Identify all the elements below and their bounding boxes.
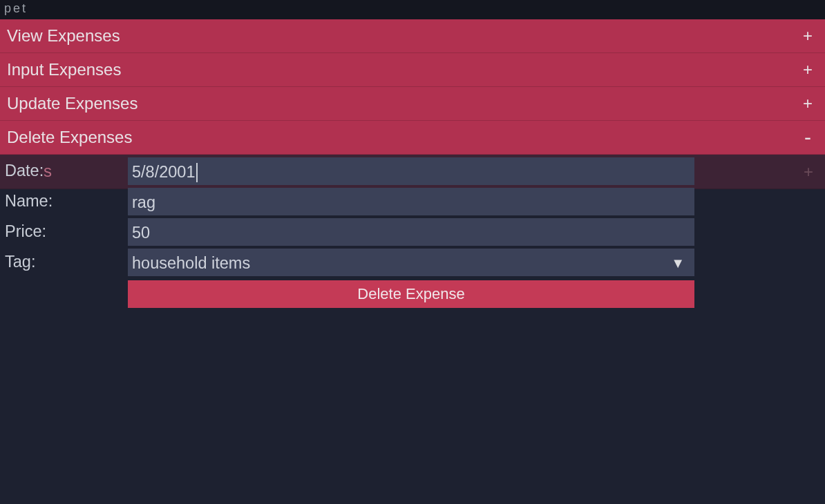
menu-label: View Expenses — [0, 26, 793, 46]
date-value: 5/8/2001 — [132, 163, 195, 182]
menu-item-update-expenses[interactable]: Update Expenses + — [0, 87, 825, 121]
tag-select[interactable]: household items ▼ — [128, 249, 694, 276]
date-input[interactable]: 5/8/2001 — [128, 157, 694, 185]
menu-label: Delete Expenses — [0, 128, 793, 147]
form-row-price: Price: 50 — [0, 216, 825, 246]
menu-label: Input Expenses — [0, 60, 793, 79]
tag-value: household items — [132, 254, 250, 273]
date-label: Date: — [0, 162, 128, 180]
name-value: rag — [132, 193, 155, 212]
price-value: 50 — [132, 224, 150, 242]
chevron-down-icon: ▼ — [671, 255, 685, 271]
price-label: Price: — [0, 222, 128, 241]
form-row-name: Name: rag — [0, 186, 825, 216]
expand-icon[interactable]: + — [793, 21, 823, 51]
menu-label: Update Expenses — [0, 94, 793, 113]
name-input[interactable]: rag — [128, 188, 694, 215]
text-cursor — [196, 163, 198, 182]
form-row-date: Date: 5/8/2001 — [0, 155, 825, 186]
form-row-tag: Tag: household items ▼ — [0, 246, 825, 277]
delete-expense-button[interactable]: Delete Expense — [128, 280, 694, 308]
name-label: Name: — [0, 192, 128, 211]
price-input[interactable]: 50 — [128, 218, 694, 246]
expand-icon[interactable]: + — [793, 88, 823, 119]
menu-item-view-expenses[interactable]: View Expenses + — [0, 19, 825, 53]
tag-label: Tag: — [0, 253, 128, 271]
window-title: pet — [0, 0, 825, 19]
expand-icon[interactable]: + — [793, 55, 823, 85]
collapse-icon[interactable]: - — [793, 122, 823, 153]
menu-item-input-expenses[interactable]: Input Expenses + — [0, 53, 825, 87]
menu-item-delete-expenses[interactable]: Delete Expenses - — [0, 121, 825, 155]
delete-expense-form: Date: 5/8/2001 Name: rag Price: 50 Tag: … — [0, 155, 825, 308]
